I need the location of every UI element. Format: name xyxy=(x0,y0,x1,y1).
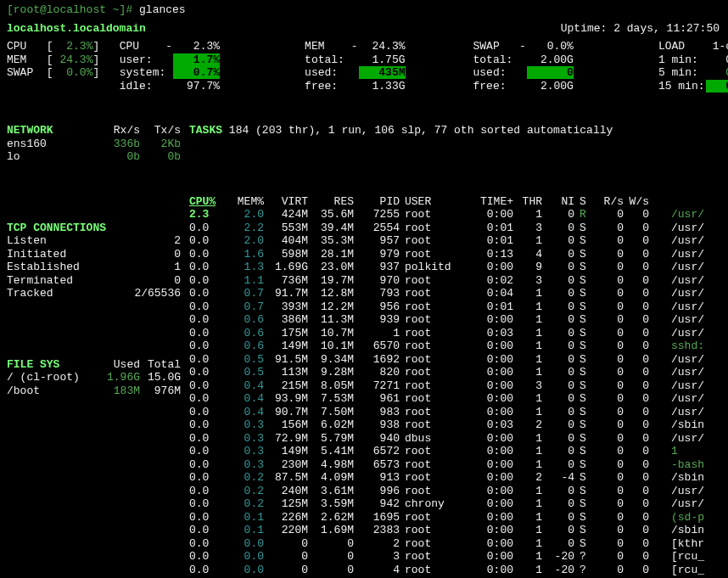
process-row[interactable]: 0.01.6598M28.1M979root0:1340S00/usr/ xyxy=(189,248,704,261)
shell-prompt-line: [root@localhost ~]# glances xyxy=(7,3,728,17)
load1: 0.00 xyxy=(705,53,728,67)
fs-row: /boot 183M 976M xyxy=(7,384,181,398)
process-row[interactable]: 0.00.6386M11.3M939root0:0010S00/usr/ xyxy=(189,313,704,327)
h-time[interactable]: TIME+ xyxy=(473,195,513,209)
h-user[interactable]: USER xyxy=(400,195,473,209)
command: glances xyxy=(139,3,186,16)
mem-total-lbl: total: xyxy=(305,53,357,67)
mem-used-lbl: used: xyxy=(305,66,357,80)
mem-free: 1.33G xyxy=(358,80,406,93)
h-thr[interactable]: THR xyxy=(513,195,542,209)
load5: 0.00 xyxy=(705,66,728,80)
cpu-idle: 97.7% xyxy=(172,80,220,93)
sum-swap: 0.0% xyxy=(53,66,93,80)
tcp-title: TCP CONNECTIONS xyxy=(7,222,181,235)
cpu-sys-lbl: system: xyxy=(120,66,172,80)
h-cpu[interactable]: CPU% xyxy=(189,195,225,209)
load5-lbl: 5 min: xyxy=(658,66,705,80)
process-row[interactable]: 0.00.3156M6.02M938root0:0320S00/sbin xyxy=(189,418,704,432)
net-row: lo 0b 0b xyxy=(7,150,181,164)
load15-lbl: 15 min: xyxy=(658,80,705,93)
tcp-panel: TCP CONNECTIONS Listen 2Initiated 0Estab… xyxy=(7,222,181,300)
swap-free-lbl: free: xyxy=(473,80,526,93)
fs-panel: FILE SYS Used Total / (cl-root)1.96G15.0… xyxy=(7,358,181,398)
process-row[interactable]: 0.00.6149M10.1M6570root0:0010S00sshd: xyxy=(189,340,704,353)
fs-used-h: Used xyxy=(99,358,140,372)
process-row[interactable]: 0.00.6175M10.7M1root0:0310S00/usr/ xyxy=(189,327,704,340)
process-row[interactable]: 0.00.490.7M7.50M983root0:0010S00/usr/ xyxy=(189,406,704,419)
tcp-row: Initiated 0 xyxy=(7,248,181,261)
load1-lbl: 1 min: xyxy=(658,53,705,67)
swap-total: 2.00G xyxy=(526,53,574,67)
cpu-idle-lbl: idle: xyxy=(120,80,172,93)
sum-swap-lbl: SWAP xyxy=(7,66,33,80)
process-row[interactable]: 0.00.591.5M9.34M1692root0:0010S00/usr/ xyxy=(189,353,704,367)
process-row[interactable]: 0.00.0002root0:0010S00[kthr xyxy=(189,537,704,551)
sum-mem: 24.3% xyxy=(53,53,93,67)
mem-free-lbl: free: xyxy=(305,80,357,93)
swap-block-title: SWAP - xyxy=(473,40,526,53)
load-core: 1-core xyxy=(705,40,728,53)
h-ws[interactable]: W/s xyxy=(624,195,649,209)
h-ni[interactable]: NI xyxy=(542,195,574,209)
process-row[interactable]: 0.00.5113M9.28M820root0:0010S00/usr/ xyxy=(189,366,704,379)
process-row[interactable]: 0.00.1226M2.62M1695root0:0010S00(sd-p xyxy=(189,511,704,525)
fs-total-h: Total xyxy=(140,358,181,372)
process-row[interactable]: 0.00.493.9M7.53M961root0:0010S00/usr/ xyxy=(189,392,704,406)
mem-total: 1.75G xyxy=(358,53,406,67)
proc-headers: CPU% MEM% VIRT RES PID USER TIME+ THR NI… xyxy=(189,195,704,209)
network-panel: NETWORK Rx/s Tx/s ens160336b 2Kblo 0b 0b xyxy=(7,124,181,164)
h-rs[interactable]: R/s xyxy=(595,195,624,209)
load15: 0.00 xyxy=(705,80,728,93)
uptime: Uptime: 2 days, 11:27:50 xyxy=(339,22,720,36)
process-row[interactable]: 0.00.791.7M12.8M793root0:0410S00/usr/ xyxy=(189,287,704,300)
h-s[interactable]: S xyxy=(574,195,595,209)
h-res[interactable]: RES xyxy=(308,195,354,209)
process-row[interactable]: 2.32.0424M35.6M7255root0:0010R00/usr/ xyxy=(189,208,704,222)
process-row[interactable]: 0.02.2553M39.4M2554root0:0130S00/usr/ xyxy=(189,222,704,235)
process-row[interactable]: 0.02.0404M35.3M957root0:0110S00/usr/ xyxy=(189,234,704,248)
process-row[interactable]: 0.00.4215M8.05M7271root0:0030S00/usr/ xyxy=(189,379,704,393)
process-row[interactable]: 0.00.3149M5.41M6572root0:0010S001 xyxy=(189,445,704,458)
h-pid[interactable]: PID xyxy=(354,195,400,209)
process-table: CPU% MEM% VIRT RES PID USER TIME+ THR NI… xyxy=(189,195,704,579)
process-row[interactable]: 0.00.7393M12.2M956root0:0110S00/usr/ xyxy=(189,300,704,314)
sum-mem-lbl: MEM xyxy=(7,53,33,67)
summary-panel: CPU [ 2.3%] CPU - 2.3% MEM - 24.3% SWAP … xyxy=(7,40,728,93)
process-row[interactable]: 0.00.287.5M4.09M913root0:002-4S00/sbin xyxy=(189,471,704,485)
fs-title: FILE SYS xyxy=(7,358,99,372)
process-row[interactable]: 0.00.2240M3.61M996root0:0010S00/usr/ xyxy=(189,485,704,498)
net-row: ens160336b 2Kb xyxy=(7,137,181,151)
process-row[interactable]: 0.00.0003root0:001-20?00[rcu_ xyxy=(189,550,704,564)
process-row[interactable]: 0.01.1736M19.7M970root0:0230S00/usr/ xyxy=(189,274,704,288)
sum-cpu-lbl: CPU xyxy=(7,40,33,53)
process-row[interactable]: 0.00.0004root0:001-20?00[rcu_ xyxy=(189,564,704,577)
tcp-row: Listen 2 xyxy=(7,234,181,248)
process-row[interactable]: 0.00.2125M3.59M942chrony0:0010S00/usr/ xyxy=(189,497,704,511)
cpu-block-title: CPU - xyxy=(120,40,172,53)
process-row[interactable]: 0.00.1220M1.69M2383root0:0010S00/sbin xyxy=(189,524,704,537)
sum-cpu: 2.3% xyxy=(53,40,93,53)
process-row[interactable]: 0.01.31.69G23.0M937polkitd0:0090S00/usr/ xyxy=(189,261,704,274)
process-row[interactable]: 0.00.372.9M5.79M940dbus0:0010S00/usr/ xyxy=(189,432,704,446)
h-cmd xyxy=(671,195,704,209)
load-block-title: LOAD xyxy=(658,40,705,53)
net-rx-h: Rx/s xyxy=(99,124,140,137)
mem-pct: 24.3% xyxy=(358,40,406,53)
mem-block-title: MEM - xyxy=(305,40,357,53)
tcp-row: Established 1 xyxy=(7,261,181,274)
h-virt[interactable]: VIRT xyxy=(264,195,308,209)
prompt: [root@localhost ~]# xyxy=(7,3,139,16)
net-title: NETWORK xyxy=(7,124,99,137)
mem-used-v: 435M xyxy=(358,66,406,80)
swap-free: 2.00G xyxy=(526,80,574,93)
swap-used-v: 0 xyxy=(526,66,574,80)
net-tx-h: Tx/s xyxy=(140,124,181,137)
process-row[interactable]: 0.00.3230M4.98M6573root0:0010S00-bash xyxy=(189,458,704,472)
hostname: localhost.localdomain xyxy=(7,22,339,36)
tcp-row: Tracked2/65536 xyxy=(7,287,181,300)
h-mem[interactable]: MEM% xyxy=(225,195,264,209)
tasks-line: 184 (203 thr), 1 run, 106 slp, 77 oth so… xyxy=(229,124,613,137)
cpu-user-lbl: user: xyxy=(120,53,172,67)
swap-total-lbl: total: xyxy=(473,53,526,67)
